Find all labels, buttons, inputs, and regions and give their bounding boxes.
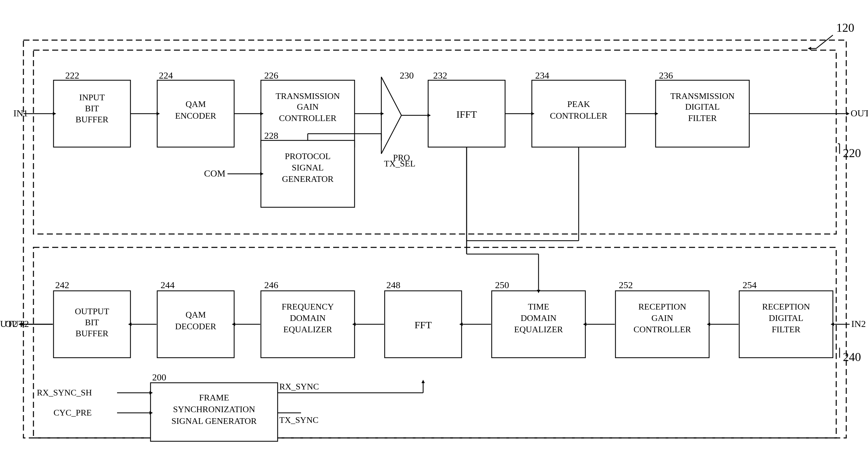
ref-228: 228 (264, 130, 278, 141)
ref-232: 232 (433, 70, 447, 80)
svg-text:GAIN: GAIN (297, 102, 319, 112)
ref-254: 254 (743, 280, 756, 290)
block-200-label1: FRAME (199, 393, 229, 402)
svg-text:EQUALIZER: EQUALIZER (514, 325, 563, 334)
svg-text:ENCODER: ENCODER (175, 111, 216, 121)
svg-text:BIT: BIT (85, 318, 99, 327)
svg-marker-2 (808, 47, 811, 50)
svg-text:SIGNAL: SIGNAL (292, 163, 323, 172)
block-248-label: FFT (414, 319, 432, 330)
ref-240: 240 (843, 350, 861, 364)
svg-text:FILTER: FILTER (688, 113, 717, 123)
ref-244: 244 (160, 280, 175, 290)
svg-text:CONTROLLER: CONTROLLER (633, 325, 691, 334)
block-200-label2: SYNCHRONIZATION (173, 404, 255, 414)
block-232-label: IFFT (456, 109, 477, 120)
block-224-label: QAM (186, 99, 206, 109)
label-in2: IN2 (851, 319, 866, 329)
ref-226: 226 (264, 70, 278, 80)
svg-text:FILTER: FILTER (772, 325, 800, 334)
label-txsync: TX_SYNC (279, 415, 318, 425)
block-246-label: FREQUENCY (282, 302, 334, 311)
label-rxsyncsh: RX_SYNC_SH (37, 388, 92, 397)
svg-text:DOMAIN: DOMAIN (290, 313, 326, 323)
block-222-label: INPUT (79, 93, 105, 102)
block-236-label: TRANSMISSION (670, 91, 735, 101)
block-228-label: PROTOCOL (285, 152, 331, 161)
svg-marker-36 (846, 112, 849, 115)
block-252-label: RECEPTION (639, 302, 686, 311)
ref-252: 252 (619, 280, 633, 290)
block-242-label: OUTPUT (75, 306, 110, 316)
svg-text:GAIN: GAIN (652, 313, 673, 323)
block-234-label: PEAK (567, 99, 590, 109)
label-in1: IN1 (13, 108, 28, 118)
ref-250: 250 (495, 280, 509, 290)
ref-242: 242 (55, 280, 69, 290)
diagram-container: 120 220 240 INPUT BIT BUFFER 222 QAM ENC… (0, 0, 868, 465)
block-254-label: RECEPTION (762, 302, 810, 311)
label-rxsync: RX_SYNC (279, 382, 319, 392)
svg-text:CONTROLLER: CONTROLLER (279, 113, 337, 123)
block-protocol-signal-gen (261, 140, 354, 207)
svg-text:DECODER: DECODER (175, 322, 216, 331)
block-244-label: QAM (186, 310, 206, 320)
svg-text:BUFFER: BUFFER (75, 115, 109, 124)
ref-246: 246 (264, 280, 278, 290)
svg-text:CONTROLLER: CONTROLLER (550, 111, 608, 121)
ref-222: 222 (65, 70, 79, 80)
label-txsel: TX_SEL (384, 159, 415, 168)
svg-text:BIT: BIT (85, 104, 99, 113)
label-com: COM (204, 168, 225, 178)
ref-248: 248 (386, 280, 400, 290)
svg-text:OUT2: OUT2 (5, 319, 29, 329)
ref-220: 220 (843, 146, 861, 160)
svg-text:EQUALIZER: EQUALIZER (283, 325, 333, 334)
block-time-domain-equalizer (492, 291, 585, 358)
ref-230: 230 (400, 70, 414, 80)
svg-line-0 (816, 35, 833, 48)
label-cycpre: CYC_PRE (54, 408, 92, 418)
block-freq-domain-equalizer (261, 291, 354, 358)
block-226-label: TRANSMISSION (276, 91, 340, 101)
diagram-svg: 120 220 240 INPUT BIT BUFFER 222 QAM ENC… (0, 0, 868, 465)
svg-marker-79 (422, 380, 425, 383)
svg-text:DIGITAL: DIGITAL (685, 102, 719, 112)
svg-text:BUFFER: BUFFER (75, 329, 109, 338)
svg-text:GENERATOR: GENERATOR (282, 174, 334, 184)
ref-200: 200 (152, 372, 166, 383)
svg-text:DOMAIN: DOMAIN (521, 313, 557, 323)
block-input-bit-buffer (54, 80, 130, 147)
svg-text:DIGITAL: DIGITAL (769, 313, 803, 323)
mux-shape (381, 77, 401, 154)
ref-236: 236 (659, 70, 673, 80)
block-reception-gain-controller (616, 291, 709, 358)
block-200-label3: SIGNAL GENERATOR (172, 416, 257, 426)
block-reception-digital-filter (739, 291, 833, 358)
label-out1: OUT1 (850, 108, 868, 118)
ref-234: 234 (535, 70, 549, 80)
block-250-label: TIME (528, 302, 549, 311)
ref-224: 224 (159, 70, 173, 80)
ref-120: 120 (836, 21, 854, 34)
